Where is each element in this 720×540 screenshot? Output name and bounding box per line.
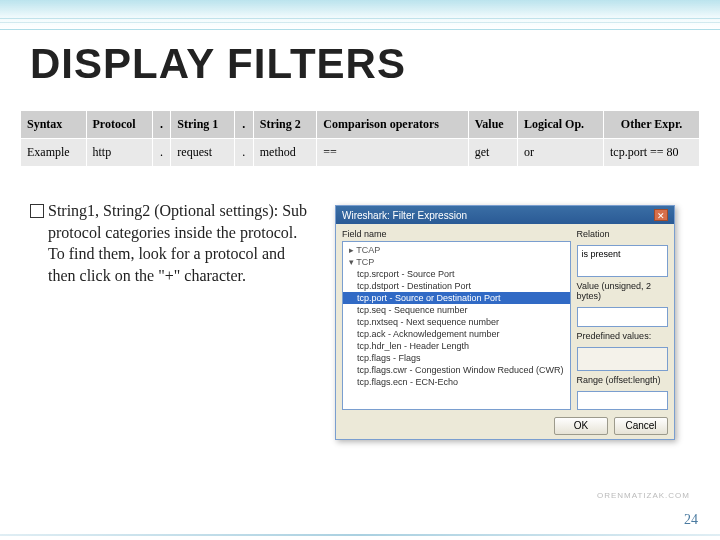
dialog-left-pane: Field name ▸ TCAP ▾ TCP tcp.srcport - So…: [342, 229, 571, 410]
th-protocol: Protocol: [86, 111, 152, 139]
relation-list[interactable]: is present: [577, 245, 668, 277]
field-name-list[interactable]: ▸ TCAP ▾ TCP tcp.srcport - Source Port t…: [342, 241, 571, 410]
list-item[interactable]: tcp.dstport - Destination Port: [343, 280, 570, 292]
dialog-body: Field name ▸ TCAP ▾ TCP tcp.srcport - So…: [336, 224, 674, 412]
close-icon[interactable]: ✕: [654, 209, 668, 221]
predef-label: Predefined values:: [577, 331, 668, 341]
list-item[interactable]: tcp.seq - Sequence number: [343, 304, 570, 316]
list-item[interactable]: ▸ TCAP: [343, 244, 570, 256]
th-other: Other Expr.: [603, 111, 699, 139]
list-item[interactable]: ▾ TCP: [343, 256, 570, 268]
th-comparison: Comparison operators: [317, 111, 468, 139]
list-item[interactable]: tcp.nxtseq - Next sequence number: [343, 316, 570, 328]
ok-button[interactable]: OK: [554, 417, 608, 435]
predefined-list[interactable]: [577, 347, 668, 371]
decorative-line: [0, 22, 720, 23]
list-item[interactable]: tcp.srcport - Source Port: [343, 268, 570, 280]
page-title: DISPLAY FILTERS: [30, 40, 406, 88]
watermark-text: ORENMATIZAK.COM: [597, 491, 690, 500]
th-dot2: .: [234, 111, 253, 139]
list-item[interactable]: tcp.flags.ecn - ECN-Echo: [343, 376, 570, 388]
page-number: 24: [684, 512, 698, 528]
list-item[interactable]: tcp.flags - Flags: [343, 352, 570, 364]
body-paragraph: String1, String2 (Optional settings): Su…: [30, 200, 315, 286]
th-value: Value: [468, 111, 517, 139]
td-comparison: ==: [317, 139, 468, 167]
range-label: Range (offset:length): [577, 375, 668, 385]
table-row: Example http . request . method == get o…: [21, 139, 700, 167]
list-item[interactable]: tcp.flags.cwr - Congestion Window Reduce…: [343, 364, 570, 376]
dialog-button-row: OK Cancel: [554, 417, 668, 435]
range-input[interactable]: [577, 391, 668, 410]
dialog-titlebar: Wireshark: Filter Expression ✕: [336, 206, 674, 224]
decorative-wave: [0, 0, 720, 30]
body-text: String1, String2 (Optional settings): Su…: [48, 200, 315, 286]
bullet-square-icon: [30, 204, 44, 218]
syntax-table: Syntax Protocol . String 1 . String 2 Co…: [20, 110, 700, 167]
th-dot1: .: [152, 111, 171, 139]
dialog-right-pane: Relation is present Value (unsigned, 2 b…: [577, 229, 668, 410]
filter-expression-dialog: Wireshark: Filter Expression ✕ Field nam…: [335, 205, 675, 440]
td-other: tcp.port == 80: [603, 139, 699, 167]
list-item-selected[interactable]: tcp.port - Source or Destination Port: [343, 292, 570, 304]
slide: DISPLAY FILTERS Syntax Protocol . String…: [0, 0, 720, 540]
th-string1: String 1: [171, 111, 235, 139]
td-example: Example: [21, 139, 87, 167]
relation-label: Relation: [577, 229, 668, 239]
dialog-title-text: Wireshark: Filter Expression: [342, 210, 467, 221]
list-item[interactable]: tcp.ack - Acknowledgement number: [343, 328, 570, 340]
decorative-bottom-line: [0, 534, 720, 536]
th-string2: String 2: [253, 111, 317, 139]
value-label: Value (unsigned, 2 bytes): [577, 281, 668, 301]
list-item[interactable]: tcp.hdr_len - Header Length: [343, 340, 570, 352]
field-name-label: Field name: [342, 229, 571, 239]
cancel-button[interactable]: Cancel: [614, 417, 668, 435]
td-logical: or: [518, 139, 604, 167]
td-string2: method: [253, 139, 317, 167]
td-protocol: http: [86, 139, 152, 167]
td-string1: request: [171, 139, 235, 167]
value-input[interactable]: [577, 307, 668, 326]
td-dot1: .: [152, 139, 171, 167]
th-syntax: Syntax: [21, 111, 87, 139]
td-dot2: .: [234, 139, 253, 167]
td-value: get: [468, 139, 517, 167]
decorative-line: [0, 18, 720, 19]
th-logical: Logical Op.: [518, 111, 604, 139]
table-header-row: Syntax Protocol . String 1 . String 2 Co…: [21, 111, 700, 139]
